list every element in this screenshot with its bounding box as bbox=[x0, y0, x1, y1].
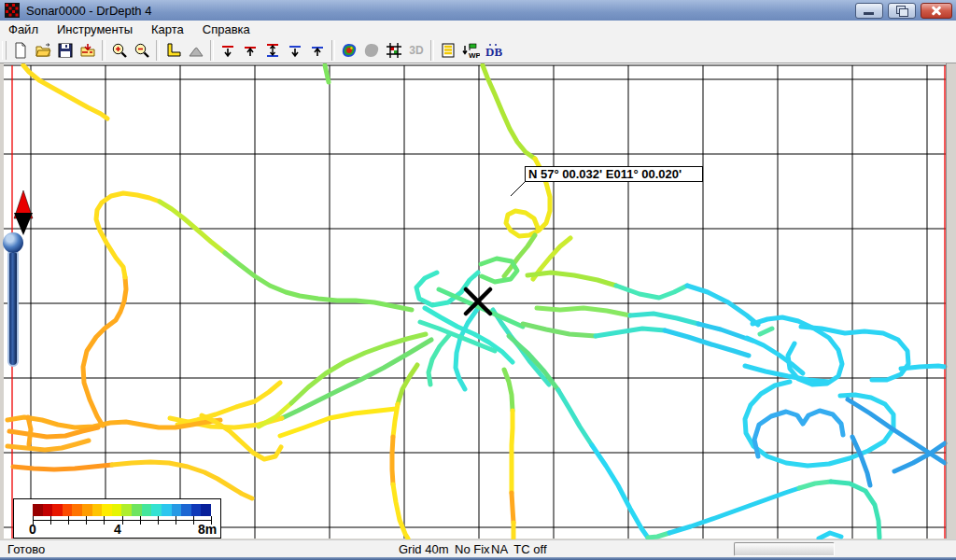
toolbar-separator bbox=[102, 40, 105, 61]
open-button[interactable] bbox=[32, 39, 54, 62]
zoom-in-button[interactable] bbox=[108, 39, 131, 62]
menu-file[interactable]: Файл bbox=[0, 21, 48, 37]
view-3d-label: 3D bbox=[409, 44, 423, 57]
window-title: Sonar0000 - DrDepth 4 bbox=[26, 4, 151, 18]
sonar-list-icon bbox=[440, 42, 457, 59]
zoom-out-button[interactable] bbox=[131, 39, 153, 62]
status-grid-scale: Grid 40m bbox=[399, 542, 448, 556]
depth-scale-axis bbox=[33, 520, 211, 521]
grid-overlay-icon bbox=[386, 42, 402, 59]
svg-text:WP: WP bbox=[469, 51, 480, 59]
menu-tools[interactable]: Инструменты bbox=[48, 21, 142, 37]
status-bar: Готово Grid 40m No Fix NA TC off bbox=[0, 539, 956, 558]
import-sonar-icon bbox=[79, 42, 96, 59]
depth-min-blue-icon bbox=[287, 42, 303, 59]
depthmap-button[interactable] bbox=[338, 39, 360, 62]
status-gps-fix: No Fix bbox=[455, 542, 490, 556]
depth-min2-button[interactable] bbox=[284, 39, 306, 62]
status-tide-correction: NA TC off bbox=[491, 542, 547, 556]
sonar-track-map bbox=[0, 63, 956, 539]
database-button[interactable]: DB bbox=[482, 39, 504, 62]
toolbar-separator bbox=[156, 40, 160, 61]
new-document-icon bbox=[12, 42, 29, 59]
new-button[interactable] bbox=[9, 39, 32, 62]
minimize-button[interactable] bbox=[855, 3, 883, 19]
view-3d-button[interactable]: 3D bbox=[405, 39, 428, 62]
save-icon bbox=[57, 42, 74, 59]
open-folder-icon bbox=[35, 42, 51, 59]
depth-max-blue-icon bbox=[309, 42, 326, 59]
depth-min-icon bbox=[219, 42, 236, 59]
depth-max2-button[interactable] bbox=[306, 39, 329, 62]
zoom-slider-handle[interactable] bbox=[3, 232, 23, 253]
title-bar[interactable]: Sonar0000 - DrDepth 4 bbox=[0, 0, 956, 21]
zoom-slider-track[interactable] bbox=[7, 251, 19, 367]
import-button[interactable] bbox=[77, 39, 99, 62]
grid-overlay-button[interactable] bbox=[383, 39, 405, 62]
status-ready: Готово bbox=[7, 542, 45, 556]
toolbar-separator bbox=[331, 40, 335, 61]
waypoint-button[interactable]: WP bbox=[459, 39, 482, 62]
zoom-out-icon bbox=[134, 42, 150, 59]
depthmap-gray-button[interactable] bbox=[360, 39, 383, 62]
toolbar-separator bbox=[210, 40, 214, 61]
toolbar-separator bbox=[430, 40, 434, 61]
cursor-position-label: N 57° 00.032' E011° 00.020' bbox=[525, 166, 703, 182]
ruler-button[interactable] bbox=[162, 39, 185, 62]
menu-map[interactable]: Карта bbox=[142, 21, 193, 37]
depth-profile-icon bbox=[188, 42, 204, 59]
compass-north-arrow bbox=[10, 190, 42, 239]
svg-text:DB: DB bbox=[485, 45, 502, 59]
progress-bar bbox=[734, 542, 835, 556]
depthmap-icon bbox=[341, 42, 358, 59]
depth-scale-min: 0 bbox=[29, 522, 36, 537]
depth-max-icon bbox=[242, 42, 259, 59]
menu-help[interactable]: Справка bbox=[193, 21, 260, 37]
drdepth-window: { "window": { "title": "Sonar0000 - DrDe… bbox=[0, 0, 956, 560]
menu-bar: Файл Инструменты Карта Справка bbox=[0, 21, 956, 38]
close-button[interactable] bbox=[921, 3, 952, 19]
corner-ruler-icon bbox=[165, 42, 182, 59]
zoom-in-icon bbox=[111, 42, 128, 59]
depth-range-icon bbox=[264, 42, 281, 59]
depth-scale-legend: 0 4 8m bbox=[13, 498, 221, 539]
depth-min-button[interactable] bbox=[217, 39, 239, 62]
restore-button[interactable] bbox=[888, 3, 916, 19]
depthmap-disabled-icon bbox=[363, 42, 380, 59]
save-button[interactable] bbox=[54, 39, 77, 62]
toolbar: 3D WP DB bbox=[0, 37, 956, 63]
sonar-list-button[interactable] bbox=[437, 39, 459, 62]
depth-color-bar bbox=[33, 504, 211, 516]
depth-max-button[interactable] bbox=[239, 39, 261, 62]
depth-range-button[interactable] bbox=[261, 39, 284, 62]
toolbar-grip bbox=[2, 41, 7, 60]
waypoint-icon: WP bbox=[461, 42, 480, 59]
depth-scale-max: 8m bbox=[198, 522, 217, 537]
app-icon bbox=[5, 3, 20, 18]
map-canvas[interactable]: N 57° 00.032' E011° 00.020' 0 4 8m bbox=[0, 63, 956, 539]
minimize-icon bbox=[864, 12, 874, 15]
profile-button[interactable] bbox=[185, 39, 207, 62]
depth-scale-mid: 4 bbox=[114, 522, 121, 537]
database-icon: DB bbox=[484, 42, 502, 59]
